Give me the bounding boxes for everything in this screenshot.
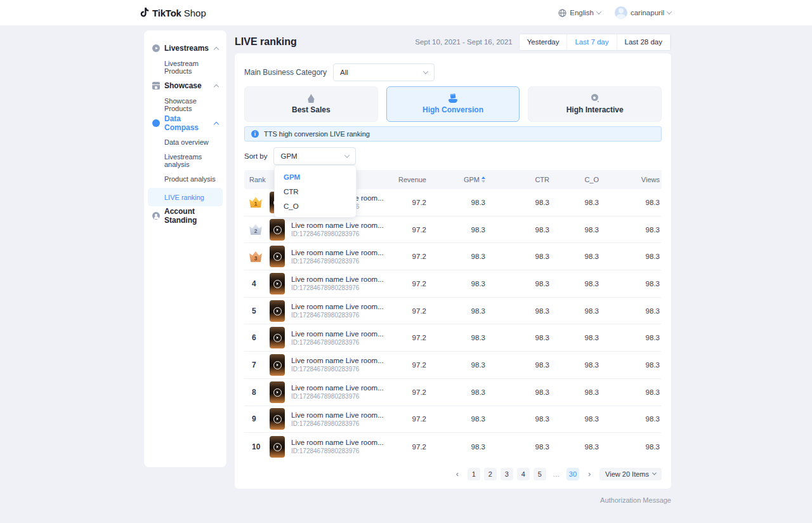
cell-views: 98.3 bbox=[601, 334, 662, 341]
sort-dropdown-option[interactable]: C_O bbox=[275, 199, 356, 213]
cell-views: 98.3 bbox=[601, 443, 662, 451]
live-room-name: Live room name Live room... bbox=[291, 384, 384, 392]
table-row[interactable]: 6 6 Live room name Live room... ID:17284… bbox=[244, 324, 662, 352]
live-room-id: ID:17284678980283976 bbox=[291, 284, 384, 291]
live-room-id: ID:17284678980283976 bbox=[291, 366, 384, 373]
sidebar-item-icon bbox=[152, 119, 160, 127]
live-room-id: ID:17284678980283976 bbox=[291, 393, 384, 400]
rank-medal-icon: 3 bbox=[249, 251, 262, 262]
pagination-item[interactable]: … bbox=[550, 468, 563, 480]
sidebar-item[interactable]: Livestreams bbox=[148, 39, 223, 58]
cell-revenue: 97.2 bbox=[390, 388, 428, 396]
user-menu[interactable]: carinapuril bbox=[615, 6, 671, 19]
cell-c-o: 98.3 bbox=[551, 226, 601, 234]
sidebar-item[interactable]: Livestreams analysis bbox=[148, 151, 223, 169]
table-row[interactable]: 4 4 Live room name Live room... ID:17284… bbox=[244, 270, 662, 298]
table-row[interactable]: 5 5 Live room name Live room... ID:17284… bbox=[244, 298, 662, 325]
pagination-item[interactable]: 3 bbox=[501, 468, 513, 480]
avatar bbox=[615, 6, 627, 19]
cell-c-o: 98.3 bbox=[551, 199, 601, 206]
table-row[interactable]: 10 10 Live room name Live room... ID:172… bbox=[244, 433, 662, 460]
cell-ctr: 98.3 bbox=[487, 253, 551, 260]
live-room-thumbnail[interactable] bbox=[270, 246, 285, 267]
live-room-name: Live room name Live room... bbox=[291, 222, 384, 229]
live-room-id: ID:17284678980283976 bbox=[291, 339, 384, 346]
ranking-tab[interactable]: High Interactive bbox=[528, 86, 662, 122]
table-row[interactable]: 9 9 Live room name Live room... ID:17284… bbox=[244, 406, 662, 434]
pagination-item[interactable]: › bbox=[583, 468, 596, 480]
page-size-select[interactable]: View 20 Items bbox=[599, 468, 662, 480]
cell-ctr: 98.3 bbox=[487, 443, 551, 451]
cell-gpm: 98.3 bbox=[428, 280, 487, 288]
pagination-item[interactable]: 5 bbox=[534, 468, 546, 480]
category-select-value: All bbox=[340, 69, 348, 76]
sidebar-item[interactable]: Showcase bbox=[148, 76, 223, 95]
live-room-thumbnail[interactable] bbox=[270, 381, 285, 403]
sidebar-item-icon bbox=[152, 44, 160, 52]
date-filter-button[interactable]: Last 28 day bbox=[617, 34, 671, 50]
cell-revenue: 97.2 bbox=[390, 307, 428, 315]
live-room-thumbnail[interactable] bbox=[270, 327, 285, 348]
sidebar-item[interactable]: Data overview bbox=[148, 133, 223, 151]
language-selector[interactable]: English bbox=[558, 9, 601, 17]
ranking-tab[interactable]: Best Sales bbox=[244, 86, 378, 122]
sidebar-item[interactable]: Livestream Products bbox=[148, 58, 223, 76]
live-room-thumbnail[interactable] bbox=[270, 273, 285, 295]
sort-caret-icon bbox=[481, 176, 485, 183]
authorization-message-link[interactable]: Authorization Message bbox=[600, 496, 671, 504]
column-header-revenue[interactable]: Revenue bbox=[390, 176, 428, 183]
date-filter-button[interactable]: Last 7 day bbox=[567, 34, 617, 50]
ranking-tab[interactable]: High Conversion bbox=[386, 86, 520, 122]
cell-revenue: 97.2 bbox=[390, 334, 428, 341]
sidebar-item[interactable]: Product analysis bbox=[148, 169, 223, 188]
cell-ctr: 98.3 bbox=[487, 388, 551, 396]
info-icon: i bbox=[251, 130, 259, 138]
live-room-name: Live room name Live room... bbox=[291, 330, 384, 338]
sidebar-item[interactable]: Showcase Products bbox=[148, 95, 223, 114]
sort-dropdown-option[interactable]: CTR bbox=[275, 184, 356, 199]
cell-c-o: 98.3 bbox=[551, 443, 601, 451]
category-select[interactable]: All bbox=[333, 63, 435, 81]
live-ranking-card: Main Business Category All Best Sales Hi… bbox=[235, 53, 671, 489]
cell-gpm: 98.3 bbox=[428, 226, 487, 234]
pagination-item[interactable]: ‹ bbox=[451, 468, 464, 480]
cell-ctr: 98.3 bbox=[487, 361, 551, 369]
table-row[interactable]: 2 2 Live room name Live room... ID:17284… bbox=[244, 216, 662, 244]
live-room-thumbnail[interactable] bbox=[270, 354, 285, 376]
cell-gpm: 98.3 bbox=[428, 388, 487, 396]
live-room-thumbnail[interactable] bbox=[270, 408, 285, 430]
table-row[interactable]: 3 3 Live room name Live room... ID:17284… bbox=[244, 243, 662, 270]
pagination-item[interactable]: 1 bbox=[468, 468, 480, 480]
sidebar-item[interactable]: Data Compass bbox=[148, 114, 223, 133]
cell-gpm: 98.3 bbox=[428, 307, 487, 315]
column-header-views[interactable]: Views bbox=[601, 176, 662, 183]
table-row[interactable]: 8 8 Live room name Live room... ID:17284… bbox=[244, 379, 662, 406]
pagination-item[interactable]: 2 bbox=[484, 468, 497, 480]
live-room-name: Live room name Live room... bbox=[291, 275, 384, 283]
sidebar-item-icon bbox=[152, 212, 160, 220]
column-header-gpm[interactable]: GPM bbox=[428, 176, 487, 183]
sidebar-item-label: Product analysis bbox=[164, 175, 216, 183]
tiktok-shop-logo[interactable]: TikTok Shop bbox=[140, 7, 206, 18]
live-room-thumbnail[interactable] bbox=[270, 219, 285, 241]
rank-number: 10 bbox=[249, 442, 260, 451]
live-room-id: ID:17284678980283976 bbox=[291, 258, 384, 265]
date-filter-button[interactable]: Yesterday bbox=[520, 34, 568, 50]
ranking-tab-icon bbox=[448, 94, 458, 103]
column-header-ctr[interactable]: CTR bbox=[487, 176, 551, 183]
sort-select[interactable]: GPM bbox=[273, 147, 356, 165]
sidebar-item-label: Data Compass bbox=[164, 114, 214, 132]
sort-dropdown-option[interactable]: GPM bbox=[275, 169, 356, 184]
cell-gpm: 98.3 bbox=[428, 415, 487, 423]
ranking-tab-label: High Conversion bbox=[422, 105, 483, 114]
live-room-thumbnail[interactable] bbox=[270, 436, 285, 458]
cell-c-o: 98.3 bbox=[551, 253, 601, 260]
column-header-c-o[interactable]: C_O bbox=[551, 176, 601, 183]
table-row[interactable]: 7 7 Live room name Live room... ID:17284… bbox=[244, 352, 662, 379]
pagination-item[interactable]: 30 bbox=[566, 468, 579, 480]
live-room-thumbnail[interactable] bbox=[270, 300, 285, 322]
cell-ctr: 98.3 bbox=[487, 307, 551, 315]
sidebar-item[interactable]: Account Standing bbox=[148, 206, 223, 225]
sidebar-item[interactable]: LIVE ranking bbox=[148, 188, 223, 206]
pagination-item[interactable]: 4 bbox=[517, 468, 530, 480]
